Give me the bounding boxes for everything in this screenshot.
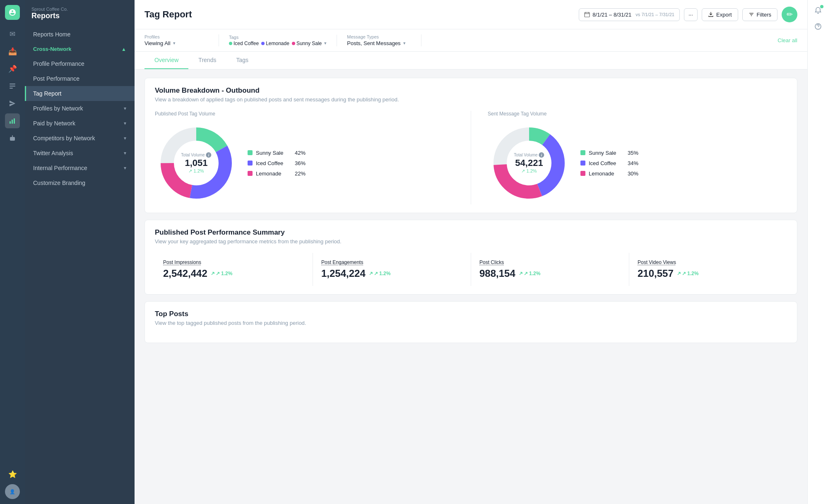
metrics-row: Post Impressions 2,542,442 ↗ 1.2% Post E… — [155, 253, 787, 286]
clear-all-button[interactable]: Clear all — [777, 37, 797, 43]
sidebar: Sprout Coffee Co. Reports Reports Home C… — [25, 0, 135, 504]
sidebar-item-profiles-by-network[interactable]: Profiles by Network ▾ — [25, 101, 135, 116]
sidebar-sub-items: Profile Performance Post Performance Tag… — [25, 56, 135, 190]
published-post-chart: Published Post Tag Volume — [155, 111, 454, 204]
sent-dot-iced-coffee — [580, 161, 585, 166]
content-area: Volume Breakdown - Outbound View a break… — [135, 70, 807, 504]
tag-iced-coffee: Iced Coffee — [229, 41, 259, 46]
published-donut-wrapper: Total Volume i 1,051 ↗ 1.2% — [155, 122, 454, 204]
post-engagements-value: 1,254,224 ↗ 1.2% — [321, 268, 462, 279]
more-options-button[interactable]: ··· — [684, 8, 698, 21]
svg-rect-5 — [14, 118, 15, 124]
notifications-icon[interactable] — [814, 7, 822, 16]
top-posts-card: Top Posts View the top tagged published … — [144, 301, 797, 343]
sidebar-reports-home[interactable]: Reports Home — [25, 27, 135, 42]
compose-button[interactable]: ✏ — [782, 7, 797, 22]
tags-filter-value: Iced Coffee Lemonade Sunny Sale ▾ — [229, 41, 327, 46]
top-posts-subtitle: View the top tagged published posts from… — [155, 320, 787, 326]
tags-filter-label: Tags — [229, 35, 327, 40]
legend-item-lemonade: Lemonade 22% — [248, 170, 306, 177]
sent-message-chart: Sent Message Tag Volume — [488, 111, 787, 204]
sidebar-item-competitors-by-network[interactable]: Competitors by Network ▾ — [25, 131, 135, 146]
nav-icon-compose[interactable]: ✉ — [5, 26, 20, 41]
date-range-button[interactable]: 8/1/21 – 8/31/21 vs 7/1/21 – 7/31/21 — [579, 8, 680, 21]
nav-icon-publishing[interactable] — [5, 79, 20, 94]
tab-tags[interactable]: Tags — [226, 52, 258, 69]
nav-icon-tasks[interactable]: 📌 — [5, 61, 20, 76]
notification-badge — [820, 5, 823, 8]
post-impressions-value: 2,542,442 ↗ 1.2% — [163, 268, 304, 279]
sidebar-item-paid-by-network[interactable]: Paid by Network ▾ — [25, 116, 135, 131]
message-types-chevron-icon: ▾ — [403, 41, 406, 46]
svg-rect-8 — [13, 138, 14, 139]
top-posts-title: Top Posts — [155, 310, 787, 318]
nav-icon-reports[interactable] — [5, 113, 20, 128]
post-video-views-change: ↗ 1.2% — [677, 271, 699, 276]
metric-post-impressions: Post Impressions 2,542,442 ↗ 1.2% — [155, 253, 313, 286]
tag-lemonade: Lemonade — [261, 41, 289, 46]
sent-legend: Sunny Sale 35% Iced Coffee 34% — [580, 150, 638, 177]
message-types-filter[interactable]: Message Types Posts, Sent Messages ▾ — [347, 34, 421, 46]
svg-rect-10 — [585, 12, 590, 17]
svg-rect-7 — [11, 138, 12, 139]
metric-post-engagements: Post Engagements 1,254,224 ↗ 1.2% — [313, 253, 471, 286]
company-name: Sprout Coffee Co. — [31, 7, 128, 12]
sidebar-cross-network[interactable]: Cross-Network ▲ — [25, 42, 135, 56]
filters-bar: Profiles Viewing All ▾ Tags Iced Coffee … — [135, 29, 807, 52]
sent-info-icon: i — [539, 152, 544, 158]
published-donut-svg: Total Volume i 1,051 ↗ 1.2% — [155, 122, 238, 204]
filters-button[interactable]: Filters — [742, 8, 777, 21]
chevron-down-icon: ▾ — [124, 165, 126, 171]
tags-filter[interactable]: Tags Iced Coffee Lemonade Sunny Sale ▾ — [229, 35, 337, 46]
right-icons-panel — [807, 0, 828, 504]
sidebar-item-post-performance[interactable]: Post Performance — [25, 71, 135, 86]
tab-trends[interactable]: Trends — [188, 52, 226, 69]
svg-rect-6 — [10, 137, 15, 141]
charts-row: Published Post Tag Volume — [155, 111, 787, 204]
main-content: Tag Report 8/1/21 – 8/31/21 vs 7/1/21 – … — [135, 0, 807, 504]
legend-item-sunny-sale: Sunny Sale 42% — [248, 150, 306, 156]
sidebar-item-twitter-analysis[interactable]: Twitter Analysis ▾ — [25, 146, 135, 161]
sent-donut-center: Total Volume i 54,221 ↗ 1.2% — [514, 152, 544, 174]
sidebar-item-internal-performance[interactable]: Internal Performance ▾ — [25, 161, 135, 175]
post-performance-subtitle: View your key aggregated tag performance… — [155, 238, 787, 245]
page-title: Tag Report — [144, 9, 192, 20]
tab-overview[interactable]: Overview — [144, 52, 188, 69]
published-legend: Sunny Sale 42% Iced Coffee 36% — [248, 150, 306, 177]
legend-item-iced-coffee: Iced Coffee 36% — [248, 160, 306, 166]
legend-dot-sunny-sale — [248, 150, 253, 155]
profiles-filter[interactable]: Profiles Viewing All ▾ — [144, 34, 219, 46]
post-engagements-change: ↗ 1.2% — [369, 271, 391, 276]
section-title: Reports — [31, 12, 128, 20]
volume-breakdown-title: Volume Breakdown - Outbound — [155, 86, 787, 95]
sidebar-nav: Reports Home Cross-Network ▲ Profile Per… — [25, 27, 135, 190]
nav-icon-bot[interactable] — [5, 131, 20, 146]
sidebar-item-tag-report[interactable]: Tag Report — [25, 86, 135, 101]
post-clicks-value: 988,154 ↗ 1.2% — [479, 268, 621, 279]
sidebar-item-profile-performance[interactable]: Profile Performance — [25, 56, 135, 71]
nav-icon-inbox[interactable]: 📥 — [5, 44, 20, 59]
sidebar-item-customize-branding[interactable]: Customize Branding — [25, 175, 135, 190]
chevron-down-icon: ▾ — [124, 135, 126, 141]
user-avatar[interactable]: 👤 — [5, 484, 20, 499]
sent-legend-sunny-sale: Sunny Sale 35% — [580, 150, 638, 156]
svg-rect-4 — [12, 120, 13, 124]
nav-icon-star[interactable]: ⭐ — [5, 467, 20, 482]
company-info: Sprout Coffee Co. Reports — [25, 7, 135, 27]
profiles-filter-label: Profiles — [144, 34, 209, 39]
icon-bar: ✉ 📥 📌 ⭐ 👤 — [0, 0, 25, 504]
volume-breakdown-card: Volume Breakdown - Outbound View a break… — [144, 78, 797, 213]
header-actions: 8/1/21 – 8/31/21 vs 7/1/21 – 7/31/21 ···… — [579, 7, 797, 22]
help-icon[interactable] — [814, 23, 822, 32]
published-chart-label: Published Post Tag Volume — [155, 111, 454, 117]
svg-rect-0 — [10, 84, 15, 84]
export-button[interactable]: Export — [702, 8, 738, 21]
legend-dot-iced-coffee — [248, 161, 253, 166]
svg-rect-9 — [12, 135, 13, 137]
chart-divider — [471, 111, 471, 204]
info-icon: i — [206, 152, 212, 158]
nav-icon-send[interactable] — [5, 96, 20, 111]
message-types-label: Message Types — [347, 34, 411, 39]
chevron-down-icon: ▾ — [124, 150, 126, 156]
message-types-value: Posts, Sent Messages ▾ — [347, 40, 411, 46]
